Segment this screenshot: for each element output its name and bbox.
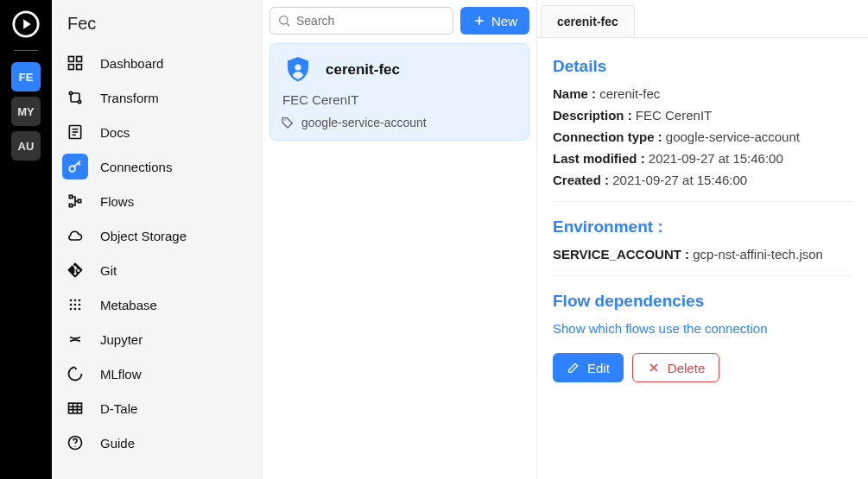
shield-user-icon (281, 53, 315, 87)
sidebar-item-label: D-Tale (100, 401, 137, 416)
sidebar-item-label: Flows (100, 194, 134, 209)
divider (553, 275, 852, 276)
svg-point-20 (79, 304, 81, 306)
mlflow-icon (62, 361, 88, 387)
sidebar-item-mlflow[interactable]: MLflow (52, 356, 262, 391)
environment-heading: Environment : (553, 217, 852, 236)
divider (553, 201, 852, 202)
sidebar-item-label: MLflow (100, 367, 142, 381)
help-icon (62, 430, 88, 456)
docs-icon (62, 119, 88, 145)
sidebar-item-dashboard[interactable]: Dashboard (52, 46, 262, 80)
delete-button[interactable]: Delete (632, 353, 719, 382)
git-icon (62, 257, 88, 283)
svg-rect-1 (69, 57, 74, 62)
sidebar-item-label: Guide (100, 436, 135, 451)
svg-rect-3 (69, 65, 74, 70)
svg-point-6 (78, 100, 80, 103)
jupyter-icon (62, 326, 88, 352)
app-logo (10, 9, 41, 40)
connections-list-panel: New cerenit-fec FEC CerenIT google-servi… (263, 0, 537, 479)
connection-card-subtitle: FEC CerenIT (282, 92, 518, 107)
sidebar: Fec Dashboard Transform Docs Connections… (52, 0, 263, 479)
search-input-wrapper[interactable] (269, 7, 453, 35)
sidebar-item-label: Jupyter (100, 332, 143, 347)
tab-connection[interactable]: cerenit-fec (541, 5, 635, 37)
field-connection-type: Connection type : google-service-account (553, 129, 852, 144)
flow-deps-heading: Flow dependencies (553, 292, 852, 311)
svg-rect-12 (69, 195, 72, 198)
connection-card[interactable]: cerenit-fec FEC CerenIT google-service-a… (269, 43, 529, 141)
svg-line-32 (287, 23, 289, 26)
sidebar-item-label: Docs (100, 125, 130, 140)
delete-button-label: Delete (668, 361, 705, 375)
edit-button-label: Edit (587, 361, 610, 375)
sidebar-item-transform[interactable]: Transform (52, 80, 262, 115)
transform-icon (62, 85, 88, 110)
sidebar-item-jupyter[interactable]: Jupyter (52, 322, 262, 356)
search-input[interactable] (296, 14, 446, 28)
sidebar-item-docs[interactable]: Docs (52, 115, 262, 149)
flows-icon (62, 188, 88, 214)
dashboard-icon (62, 50, 88, 76)
svg-point-30 (74, 446, 75, 447)
svg-point-36 (284, 119, 286, 121)
new-button[interactable]: New (460, 7, 529, 35)
svg-point-21 (70, 308, 73, 311)
sidebar-item-label: Git (100, 263, 117, 278)
cloud-icon (62, 223, 88, 249)
sidebar-item-label: Object Storage (100, 229, 187, 243)
sidebar-item-metabase[interactable]: Metabase (52, 287, 262, 322)
field-created: Created : 2021-09-27 at 15:46:00 (553, 173, 852, 187)
sidebar-item-object-storage[interactable]: Object Storage (52, 218, 262, 253)
svg-point-5 (69, 91, 72, 94)
new-button-label: New (491, 14, 517, 28)
workspace-badge-au[interactable]: AU (11, 131, 41, 161)
field-name: Name : cerenit-fec (553, 86, 852, 101)
sidebar-title: Fec (52, 9, 262, 46)
edit-button[interactable]: Edit (553, 353, 624, 382)
svg-point-18 (70, 304, 73, 306)
sidebar-item-label: Dashboard (100, 56, 163, 71)
field-service-account: SERVICE_ACCOUNT : gcp-nst-affini-tech.js… (553, 247, 852, 262)
svg-rect-2 (77, 57, 82, 62)
sidebar-item-git[interactable]: Git (52, 253, 262, 287)
connection-card-tag: google-service-account (301, 116, 427, 129)
sidebar-item-dtale[interactable]: D-Tale (52, 391, 262, 425)
field-description: Description : FEC CerenIT (553, 108, 852, 123)
svg-point-22 (74, 308, 77, 311)
workspace-rail: FE MY AU (0, 0, 52, 479)
rail-divider (14, 50, 38, 51)
svg-point-17 (79, 299, 81, 302)
sidebar-item-flows[interactable]: Flows (52, 184, 262, 218)
field-last-modified: Last modified : 2021-09-27 at 15:46:00 (553, 151, 852, 166)
svg-rect-4 (77, 65, 82, 70)
tag-icon (281, 116, 295, 129)
workspace-badge-fe[interactable]: FE (11, 62, 41, 91)
dtale-icon (62, 395, 88, 421)
svg-rect-13 (69, 204, 72, 206)
sidebar-item-connections[interactable]: Connections (52, 149, 262, 184)
detail-panel: cerenit-fec Details Name : cerenit-fec D… (537, 0, 868, 479)
sidebar-item-guide[interactable]: Guide (52, 425, 262, 460)
svg-point-35 (295, 64, 301, 70)
svg-point-16 (74, 299, 77, 302)
connection-card-title: cerenit-fec (326, 61, 400, 79)
show-flow-deps-link[interactable]: Show which flows use the connection (553, 321, 852, 336)
sidebar-item-label: Metabase (100, 298, 157, 312)
x-icon (647, 361, 661, 375)
search-icon (277, 14, 291, 28)
sidebar-item-label: Transform (100, 91, 159, 105)
key-icon (62, 154, 88, 180)
pencil-icon (567, 361, 580, 375)
svg-point-31 (280, 16, 288, 24)
workspace-badge-my[interactable]: MY (11, 97, 41, 126)
plus-icon (472, 14, 486, 28)
sidebar-item-label: Connections (100, 160, 172, 174)
svg-point-19 (74, 304, 77, 306)
svg-rect-14 (78, 199, 80, 202)
tab-bar: cerenit-fec (537, 0, 868, 38)
svg-rect-24 (69, 403, 82, 413)
svg-point-15 (70, 299, 73, 302)
metabase-icon (62, 292, 88, 318)
